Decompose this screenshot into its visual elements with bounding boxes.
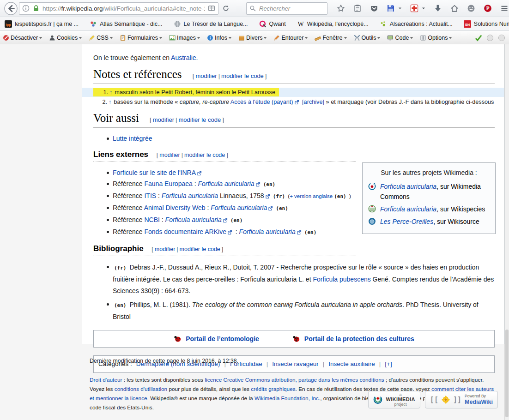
dev-menu-item[interactable]: Formulaires — [120, 35, 162, 41]
modifier-code-link[interactable]: modifier le code — [178, 116, 221, 123]
wikimedia-project-badge[interactable]: a WIKIMEDIA project — [368, 391, 420, 408]
modifier-link[interactable]: modifier — [159, 152, 180, 158]
wikimedia-box-title: Sur les autres projets Wikimedia : — [368, 168, 490, 178]
heading-text: Bibliographie — [93, 244, 144, 253]
devbar-status-area — [475, 34, 506, 42]
modifier-link[interactable]: modifier — [195, 72, 217, 79]
dev-menu-item[interactable]: Outils — [354, 35, 381, 41]
language-tag: (en) — [304, 229, 317, 235]
scrollbar-thumb[interactable] — [505, 330, 509, 417]
reload-icon[interactable] — [222, 5, 230, 12]
text-segment: On le trouve également en — [93, 54, 171, 61]
modifier-code-link[interactable]: modifier le code — [221, 72, 264, 79]
reader-mode-icon[interactable] — [208, 5, 215, 12]
addon-icon[interactable] — [410, 4, 418, 12]
circle-icon[interactable] — [498, 34, 505, 42]
wiki-link[interactable]: conditions d'utilisation — [115, 386, 167, 392]
clipboard-icon[interactable] — [353, 4, 362, 12]
italic-wiki-link[interactable]: Forficula auricularia — [380, 183, 436, 190]
wiki-link[interactable]: Forficula pubescens — [313, 276, 370, 283]
dev-menu-item[interactable]: Fenêtre — [315, 35, 346, 41]
bookmark-item[interactable]: WWikipédia, l'encyclopé... — [297, 20, 369, 28]
pocket-icon[interactable] — [370, 4, 378, 12]
wiki-link[interactable]: crédits graphiques — [251, 386, 295, 392]
search-bar[interactable] — [246, 2, 327, 15]
star-icon[interactable] — [337, 4, 345, 12]
wikispecies-logo-icon — [368, 205, 376, 213]
pinterest-icon[interactable]: P — [484, 4, 492, 12]
caret-icon[interactable] — [398, 6, 402, 10]
wiki-link[interactable]: Wikimedia Foundation, Inc. — [254, 395, 320, 402]
bookmark-label: Atlas Sémantique - dic... — [100, 21, 162, 27]
wiki-link[interactable]: ITIS — [144, 192, 156, 199]
wiki-link[interactable]: Accès à l'étude (payant) — [230, 99, 293, 105]
italic-wiki-link[interactable]: Forficula auricularia — [165, 216, 222, 223]
check-icon[interactable] — [475, 34, 482, 42]
url-bar[interactable]: https://fr.wikipedia.org/wiki/Forficula_… — [19, 2, 218, 15]
modifier-code-link[interactable]: modifier le code — [184, 152, 225, 158]
italic-wiki-link[interactable]: Forficula auricularia — [239, 228, 296, 235]
info-icon[interactable] — [22, 5, 30, 12]
italic-wiki-link[interactable]: Les Perce-Oreilles — [380, 218, 433, 225]
circle-icon[interactable] — [486, 34, 494, 42]
wiki-link[interactable]: [archive] — [302, 99, 324, 105]
wiki-link[interactable]: Fauna Europaea — [144, 180, 192, 187]
dev-menu-label: Désactiver — [11, 35, 38, 41]
italic-wiki-link[interactable]: Forficula auricularia — [211, 204, 267, 211]
wiki-link[interactable]: Fonds documentaire ARKive — [144, 228, 226, 235]
dev-menu-item[interactable]: CSS — [89, 35, 113, 41]
dev-menu-item[interactable]: Infos — [207, 35, 231, 41]
italic-wiki-link[interactable]: Forficula auricularia — [198, 180, 254, 187]
dev-menu-item[interactable]: Désactiver — [3, 35, 42, 41]
dev-menu-item[interactable]: Cookies — [49, 35, 82, 41]
smiley-icon[interactable] — [467, 4, 475, 12]
dev-menu-item[interactable]: Options — [420, 35, 452, 41]
wiki-link[interactable]: Animal Diversity Web — [144, 204, 206, 211]
bookmark-item[interactable]: lpplespetitspois.fr | ça me ... — [5, 20, 79, 28]
dev-menu-item[interactable]: Code — [387, 35, 413, 41]
wiki-link[interactable]: NCBI — [144, 216, 159, 223]
wiki-link[interactable]: Australie. — [171, 54, 198, 61]
highlight-marker: 1.↑masculin selon le Petit Robert, fémin… — [93, 88, 279, 96]
italic-wiki-link[interactable]: Forficula auricularia — [380, 205, 436, 213]
url-text[interactable]: https://fr.wikipedia.org/wiki/Forficula_… — [42, 5, 205, 12]
bookmark-item[interactable]: Qwant — [259, 20, 286, 28]
portal-link[interactable]: Portail de la protection des cultures — [292, 334, 414, 344]
references-list: 1.↑masculin selon le Petit Robert, fémin… — [93, 88, 495, 107]
separator: | — [182, 152, 183, 158]
modifier-link[interactable]: modifier — [153, 116, 174, 123]
save-icon[interactable] — [387, 4, 395, 12]
caret-icon[interactable] — [422, 6, 425, 10]
wiki-link[interactable]: licence Creative Commons attribution, pa… — [205, 377, 384, 383]
dev-menu-item[interactable]: Images — [169, 35, 200, 41]
bookmark-item[interactable]: SNSolutions Numériques ... — [464, 20, 509, 28]
download-icon[interactable] — [434, 4, 442, 12]
italic-wiki-link[interactable]: Forficula auricularia — [162, 192, 218, 199]
bookmark-item[interactable]: Le Trésor de la Langue... — [174, 20, 248, 28]
bookmark-item[interactable]: Alsacréations : Actualit... — [380, 20, 453, 28]
menu-icon[interactable] — [500, 4, 509, 12]
modifier-code-link[interactable]: modifier le code — [180, 246, 220, 252]
wikimedia-projects-box: Sur les autres projets Wikimedia : Forfi… — [362, 162, 496, 234]
dev-menu-item[interactable]: Entourer — [273, 35, 308, 41]
mediawiki-badge[interactable]: [[ ]] Powered By MediaWiki — [425, 391, 498, 408]
bookmark-item[interactable]: Atlas Sémantique - dic... — [90, 20, 162, 28]
wiki-link[interactable]: Lutte intégrée — [113, 135, 152, 142]
small-link[interactable]: + version anglaise — [290, 193, 333, 199]
modifier-link[interactable]: modifier — [155, 246, 175, 252]
portal-label[interactable]: Portail de l’entomologie — [186, 334, 259, 344]
portal-link[interactable]: Portail de l’entomologie — [174, 334, 259, 344]
home-icon[interactable] — [450, 4, 459, 12]
scrollbar[interactable] — [504, 44, 509, 420]
edit-section-links: [modifier|modifier le code] — [191, 72, 268, 79]
backlink-arrow[interactable]: ↑ — [109, 99, 111, 105]
wiki-link[interactable]: Droit d'auteur — [90, 377, 122, 383]
back-icon[interactable] — [4, 1, 18, 16]
portal-label[interactable]: Portail de la protection des cultures — [304, 334, 414, 344]
search-input[interactable] — [258, 5, 324, 12]
lock-icon[interactable] — [32, 5, 40, 12]
backlink-arrow[interactable]: ↑ — [109, 89, 112, 96]
dev-menu-item[interactable]: Divers — [238, 35, 267, 41]
wiki-link[interactable]: Forficule sur le site de l'INRA — [113, 169, 196, 176]
footer-badges: a WIKIMEDIA project [[ ]] Powered By Med… — [368, 391, 498, 408]
